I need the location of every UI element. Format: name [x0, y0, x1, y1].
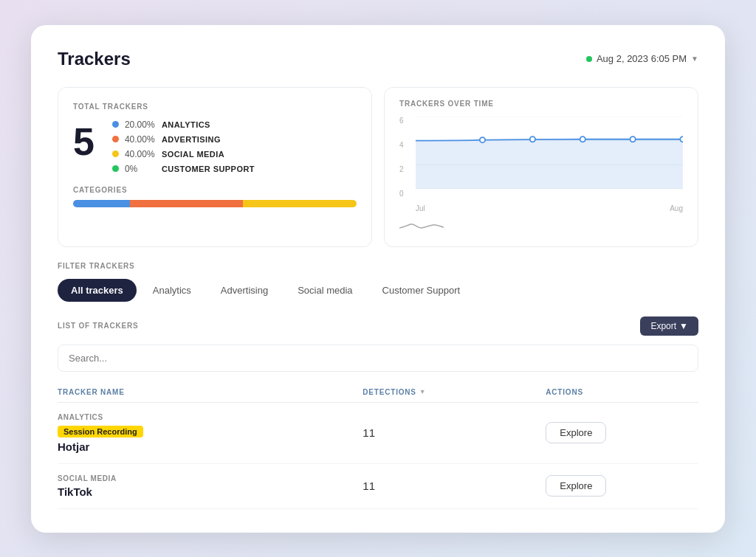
legend-dot: [112, 165, 119, 172]
filter-tab-all[interactable]: All trackers: [58, 279, 137, 302]
chart-card: TRACKERS OVER TIME 0246: [384, 87, 698, 247]
y-label: 6: [399, 117, 413, 125]
stat-body: 5 20.00% ANALYTICS 40.00% ADVERTISING 40…: [73, 120, 357, 174]
top-section: TOTAL TRACKERS 5 20.00% ANALYTICS 40.00%…: [58, 87, 698, 247]
y-label: 2: [399, 165, 413, 173]
filter-tab-support[interactable]: Customer Support: [369, 279, 474, 302]
total-trackers-label: TOTAL TRACKERS: [73, 103, 357, 111]
bar-segment: [73, 200, 130, 207]
main-card: Trackers Aug 2, 2023 6:05 PM ▼ TOTAL TRA…: [31, 25, 725, 533]
categories-label: CATEGORIES: [73, 186, 357, 194]
filter-tab-advertising[interactable]: Advertising: [207, 279, 281, 302]
export-label: Export: [650, 321, 676, 331]
date-label: Aug 2, 2023 6:05 PM: [597, 53, 687, 64]
table-row: SOCIAL MEDIATikTok11Explore: [58, 464, 698, 509]
y-label: 4: [399, 141, 413, 149]
th-name: TRACKER NAME: [58, 388, 362, 396]
tracker-table: TRACKER NAMEDETECTIONS▼ACTIONS ANALYTICS…: [58, 381, 698, 509]
filter-label: FILTER TRACKERS: [58, 262, 698, 270]
legend-dot: [112, 121, 119, 128]
chevron-down-icon: ▼: [679, 321, 688, 331]
chart-y-labels: 0246: [399, 117, 413, 198]
tracker-name-cell: SOCIAL MEDIATikTok: [58, 474, 362, 498]
th-detections: DETECTIONS▼: [362, 388, 546, 396]
mini-chart: [399, 217, 683, 235]
detection-count: 11: [362, 426, 546, 439]
category-bar: [73, 200, 357, 207]
table-body: ANALYTICSSession RecordingHotjar11Explor…: [58, 403, 698, 509]
page-title: Trackers: [58, 49, 131, 69]
y-label: 0: [399, 190, 413, 198]
action-cell: Explore: [546, 422, 698, 443]
legend-pct: 20.00%: [125, 120, 156, 130]
date-badge[interactable]: Aug 2, 2023 6:05 PM ▼: [586, 53, 698, 64]
status-dot: [586, 56, 592, 62]
total-trackers-card: TOTAL TRACKERS 5 20.00% ANALYTICS 40.00%…: [58, 87, 372, 247]
export-button[interactable]: Export ▼: [640, 316, 698, 336]
svg-point-5: [530, 136, 535, 142]
list-section: LIST OF TRACKERS Export ▼ TRACKER NAMEDE…: [58, 316, 698, 509]
filter-tab-social[interactable]: Social media: [284, 279, 365, 302]
legend-name: CUSTOMER SUPPORT: [162, 165, 255, 173]
tracker-category: SOCIAL MEDIA: [58, 474, 362, 482]
svg-point-8: [680, 136, 683, 142]
search-input[interactable]: [58, 345, 698, 372]
legend-name: ANALYTICS: [162, 120, 210, 129]
legend-pct: 0%: [125, 164, 156, 174]
tracker-legend: 20.00% ANALYTICS 40.00% ADVERTISING 40.0…: [112, 120, 255, 174]
legend-name: SOCIAL MEDIA: [162, 150, 224, 159]
legend-pct: 40.00%: [125, 149, 156, 159]
tracker-badge: Session Recording: [58, 426, 143, 437]
bar-segment: [243, 200, 357, 207]
legend-item: 20.00% ANALYTICS: [112, 120, 255, 130]
tracker-category: ANALYTICS: [58, 413, 362, 421]
tracker-name-cell: ANALYTICSSession RecordingHotjar: [58, 413, 362, 453]
bar-segment: [130, 200, 244, 207]
chart-label: TRACKERS OVER TIME: [399, 100, 683, 108]
chart-area: 0246: [399, 117, 683, 212]
table-head: TRACKER NAMEDETECTIONS▼ACTIONS: [58, 381, 698, 403]
explore-button[interactable]: Explore: [546, 422, 606, 443]
legend-dot: [112, 151, 119, 157]
list-label: LIST OF TRACKERS: [58, 322, 138, 330]
categories-section: CATEGORIES: [73, 186, 357, 207]
tracker-name: TikTok: [58, 485, 362, 498]
action-cell: Explore: [546, 475, 698, 497]
legend-dot: [112, 136, 119, 142]
chart-svg: [416, 117, 683, 190]
legend-pct: 40.00%: [125, 134, 156, 145]
svg-point-7: [630, 136, 636, 142]
svg-point-4: [480, 137, 485, 142]
table-row: ANALYTICSSession RecordingHotjar11Explor…: [58, 403, 698, 464]
detection-count: 11: [362, 480, 546, 492]
explore-button[interactable]: Explore: [546, 475, 606, 497]
filter-tabs: All trackersAnalyticsAdvertisingSocial m…: [58, 279, 698, 302]
legend-item: 40.00% SOCIAL MEDIA: [112, 149, 255, 159]
tracker-name: Hotjar: [58, 440, 362, 453]
chevron-down-icon: ▼: [691, 55, 698, 63]
th-actions: ACTIONS: [546, 388, 698, 396]
page-header: Trackers Aug 2, 2023 6:05 PM ▼: [58, 49, 698, 69]
legend-item: 40.00% ADVERTISING: [112, 134, 255, 145]
tracker-count: 5: [73, 120, 94, 161]
x-label: Aug: [670, 204, 683, 212]
legend-item: 0% CUSTOMER SUPPORT: [112, 164, 255, 174]
sort-icon[interactable]: ▼: [419, 388, 427, 395]
filter-section: FILTER TRACKERS All trackersAnalyticsAdv…: [58, 262, 698, 302]
list-header: LIST OF TRACKERS Export ▼: [58, 316, 698, 336]
chart-x-labels: JulAug: [416, 204, 683, 212]
filter-tab-analytics[interactable]: Analytics: [140, 279, 205, 302]
legend-name: ADVERTISING: [162, 135, 221, 144]
x-label: Jul: [416, 204, 425, 212]
svg-point-6: [580, 136, 585, 142]
